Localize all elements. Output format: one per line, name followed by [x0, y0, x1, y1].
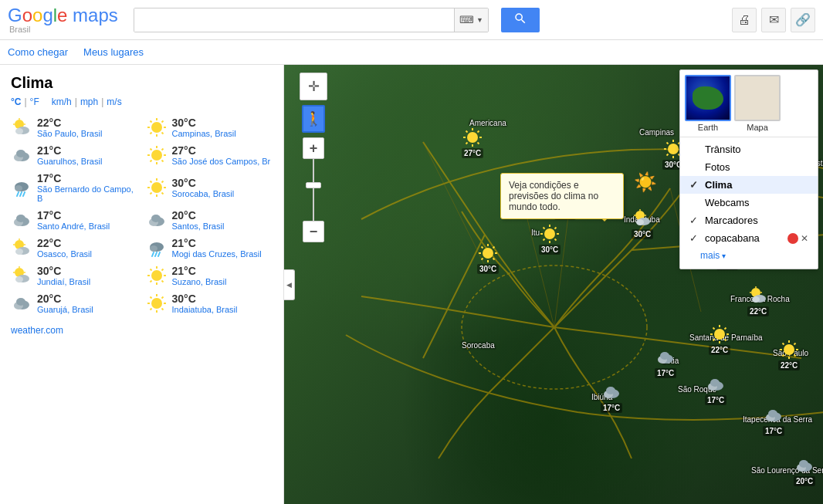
weather-item-1[interactable]: 30°C Campinas, Brasil [146, 117, 273, 138]
weather-item-4[interactable]: 17°C São Bernardo do Campo, B [11, 172, 138, 203]
weather-city-4[interactable]: São Bernardo do Campo, B [37, 184, 138, 203]
weather-city-13[interactable]: Indaiatuba, Brasil [172, 305, 238, 314]
map-marker-12[interactable]: 17°C [655, 347, 676, 378]
chevron-down-icon: ▼ [476, 16, 483, 24]
weather-item-3[interactable]: 27°C São José dos Campos, Br [146, 144, 273, 166]
weather-temp-4: 17°C [37, 172, 138, 184]
collapse-button[interactable]: ◀ [284, 269, 295, 300]
map-marker-13[interactable]: 17°C [601, 381, 622, 413]
search-button[interactable] [501, 8, 540, 32]
logo-text: Google maps [8, 6, 118, 25]
logo: Google maps Brasil [8, 6, 118, 34]
svg-line-31 [20, 192, 22, 196]
zoom-in-button[interactable]: + [303, 137, 324, 159]
svg-point-6 [15, 128, 23, 134]
svg-line-26 [161, 149, 163, 151]
svg-point-44 [16, 215, 25, 222]
svg-line-30 [17, 192, 19, 196]
svg-line-73 [161, 281, 163, 282]
layer-thumbnails: Earth Mapa [680, 70, 818, 137]
unit-celsius[interactable]: °C [11, 96, 21, 107]
svg-line-156 [482, 247, 483, 249]
weather-city-2[interactable]: Guarulhos, Brasil [37, 157, 102, 166]
map-marker-10[interactable]: 22°C [709, 323, 730, 355]
logo-g: G [8, 5, 22, 25]
unit-kmh[interactable]: km/h [52, 96, 72, 107]
map-area[interactable]: 30°C 30°C 21°C [284, 65, 823, 504]
email-button[interactable]: ✉ [761, 8, 786, 32]
zoom-thumb[interactable] [306, 182, 321, 188]
map-marker-8[interactable]: 30°C [477, 242, 499, 274]
zoom-slider[interactable] [303, 159, 324, 221]
weather-item-7[interactable]: 20°C Santos, Brasil [146, 209, 273, 231]
print-button[interactable]: 🖨 [732, 8, 757, 32]
weather-credit-link[interactable]: weather.com [11, 325, 273, 336]
logo-g2: g [42, 5, 52, 25]
weather-city-0[interactable]: São Paulo, Brasil [37, 129, 102, 138]
layer-fotos[interactable]: Fotos [680, 158, 818, 176]
map-marker-7[interactable]: 30°C [539, 223, 561, 255]
layer-clima[interactable]: ✓ Clima [680, 176, 818, 194]
weather-item-8[interactable]: 22°C Osasco, Brasil [11, 237, 138, 259]
weather-city-11[interactable]: Suzano, Brasil [172, 277, 227, 286]
map-marker-5[interactable]: 30°C [632, 208, 653, 239]
weather-city-12[interactable]: Guarujá, Brasil [37, 305, 93, 314]
weather-city-1[interactable]: Campinas, Brasil [172, 129, 236, 138]
layer-copacabana[interactable]: ✓ copacabana ✕ [680, 229, 818, 247]
unit-mph[interactable]: mph [80, 96, 98, 107]
weather-temp-10: 30°C [37, 265, 90, 277]
weather-item-9[interactable]: 21°C Mogi das Cruzes, Brasil [146, 237, 273, 259]
weather-icon-11 [146, 265, 168, 286]
svg-line-157 [493, 259, 495, 260]
nav-como-chegar[interactable]: Como chegar [8, 46, 68, 58]
earth-thumb-img [685, 75, 731, 121]
nav-meus-lugares[interactable]: Meus lugares [83, 46, 144, 58]
weather-item-6[interactable]: 17°C Santo André, Brasil [11, 209, 138, 231]
weather-city-7[interactable]: Santos, Brasil [172, 222, 225, 231]
map-marker-9[interactable]: 22°C [747, 285, 769, 316]
layer-marcadores[interactable]: ✓ Marcadores [680, 211, 818, 229]
weather-city-10[interactable]: Jundiaí, Brasil [37, 277, 90, 286]
svg-line-181 [783, 343, 784, 345]
weather-city-3[interactable]: São José dos Campos, Br [172, 157, 271, 166]
layer-transito[interactable]: Trânsito [680, 140, 818, 158]
map-marker-3[interactable]: 27°C [462, 127, 483, 158]
weather-item-13[interactable]: 30°C Indaiatuba, Brasil [146, 293, 273, 314]
svg-line-72 [150, 269, 151, 271]
weather-item-2[interactable]: 21°C Guarulhos, Brasil [11, 144, 138, 166]
unit-ms[interactable]: m/s [107, 96, 121, 107]
weather-city-8[interactable]: Osasco, Brasil [37, 249, 92, 259]
weather-temp-3: 27°C [172, 144, 271, 157]
weather-city-5[interactable]: Sorocaba, Brasil [172, 189, 235, 198]
weather-item-5[interactable]: 30°C Sorocaba, Brasil [146, 172, 273, 203]
map-marker-14[interactable]: 17°C [705, 374, 726, 405]
weather-item-12[interactable]: 20°C Guarujá, Brasil [11, 293, 138, 314]
earth-label: Earth [698, 123, 718, 132]
mapa-thumb[interactable]: Mapa [734, 75, 781, 132]
keyboard-button[interactable]: ⌨ ▼ [454, 8, 488, 32]
earth-thumb[interactable]: Earth [685, 75, 731, 132]
layer-webcams[interactable]: Webcams [680, 194, 818, 211]
weather-icon-12 [11, 293, 32, 314]
svg-line-12 [150, 121, 151, 123]
weather-temp-13: 30°C [172, 293, 238, 305]
weather-icon-0 [11, 117, 32, 138]
copacabana-remove-icon[interactable]: ✕ [801, 233, 808, 244]
navigation-control[interactable]: ✛ [300, 73, 327, 100]
map-marker-20[interactable]: 20°C [794, 455, 815, 486]
map-marker-11[interactable]: 22°C [778, 339, 800, 370]
weather-item-0[interactable]: 22°C São Paulo, Brasil [11, 117, 138, 138]
mais-link[interactable]: mais ▾ [680, 247, 818, 266]
link-button[interactable]: 🔗 [791, 8, 815, 32]
weather-city-6[interactable]: Santo André, Brasil [37, 222, 110, 231]
layer-menu: Trânsito Fotos ✓ Clima Webcams ✓ Marcado… [680, 137, 818, 269]
unit-fahrenheit[interactable]: °F [30, 96, 39, 107]
weather-city-9[interactable]: Mogi das Cruzes, Brasil [172, 249, 262, 259]
zoom-out-button[interactable]: − [303, 221, 324, 242]
search-input[interactable] [134, 8, 454, 32]
weather-temp-8: 22°C [37, 237, 92, 249]
weather-item-11[interactable]: 21°C Suzano, Brasil [146, 265, 273, 286]
pegman-control[interactable]: 🚶 [302, 105, 325, 133]
weather-item-10[interactable]: 30°C Jundiaí, Brasil [11, 265, 138, 286]
map-marker-17[interactable]: 17°C [763, 404, 784, 436]
